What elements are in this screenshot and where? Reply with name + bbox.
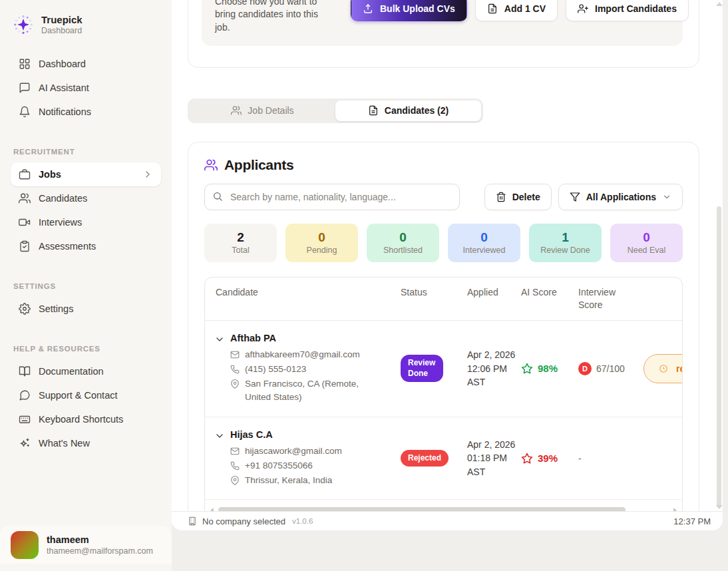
phone-icon <box>230 365 240 374</box>
sidebar-item-dashboard[interactable]: Dashboard <box>11 52 161 76</box>
chevron-down-icon <box>662 192 671 202</box>
candidate-email: afthabkareem70@gmail.com <box>245 348 360 361</box>
stat-interviewed: 0 Interviewed <box>448 224 520 262</box>
user-profile-card[interactable]: thameem thameem@mailforspam.com <box>0 526 172 564</box>
star-icon <box>521 363 533 375</box>
table-header-row: Candidate Status Applied AI Score Interv… <box>205 278 682 321</box>
briefcase-icon <box>19 168 31 180</box>
brand-name: Truepick <box>41 14 83 25</box>
sidebar-item-jobs[interactable]: Jobs <box>11 162 161 186</box>
applicants-card: Applicants Delete All App <box>188 142 699 511</box>
tab-job-details-label: Job Details <box>248 105 293 116</box>
sidebar-item-notifications[interactable]: Notifications <box>11 100 161 124</box>
mail-icon <box>230 447 240 456</box>
clipboard-check-icon <box>19 240 31 252</box>
sidebar-item-label: Jobs <box>39 169 61 180</box>
page-title: Applicants <box>224 157 293 173</box>
recruitment-section-label: RECRUITMENT <box>13 148 148 156</box>
sparkles-icon <box>19 437 31 449</box>
delete-button[interactable]: Delete <box>484 184 552 210</box>
sidebar-item-label: Settings <box>39 303 73 314</box>
table-row[interactable]: Afthab PA afthabkareem70@gmail.com (415)… <box>205 321 682 417</box>
bulk-upload-cvs-button[interactable]: Bulk Upload CVs <box>351 0 467 21</box>
sidebar-item-label: AI Assistant <box>39 83 89 93</box>
sidebar-item-label: Documentation <box>39 366 104 377</box>
stat-pending: 0 Pending <box>285 224 358 262</box>
sidebar-item-keyboard-shortcuts[interactable]: Keyboard Shortcuts <box>11 407 161 431</box>
add-one-cv-button[interactable]: Add 1 CV <box>475 0 558 21</box>
file-icon <box>487 3 498 14</box>
stat-total: 2 Total <box>204 224 277 262</box>
mail-icon <box>230 350 240 359</box>
interview-score-value: - <box>578 453 582 464</box>
candidate-phone: +91 8075355066 <box>245 459 313 473</box>
help-section-label: HELP & RESOURCES <box>13 345 148 353</box>
search-input[interactable] <box>204 184 460 210</box>
tab-job-details[interactable]: Job Details <box>190 100 335 121</box>
vertical-scrollbar-thumb[interactable] <box>717 206 721 508</box>
chevron-down-icon[interactable] <box>214 431 225 441</box>
sidebar-item-interviews[interactable]: Interviews <box>11 210 161 234</box>
sidebar-item-ai-assistant[interactable]: AI Assistant <box>11 76 161 100</box>
sidebar-item-whats-new[interactable]: What's New <box>11 431 161 455</box>
sidebar-item-assessments[interactable]: Assessments <box>11 234 161 258</box>
sidebar-item-candidates[interactable]: Candidates <box>11 186 161 210</box>
sidebar-item-label: Support & Contact <box>39 390 118 401</box>
column-header-candidate: Candidate <box>205 278 401 320</box>
horizontal-scrollbar[interactable] <box>209 506 678 511</box>
status-badge: Rejected <box>401 450 449 467</box>
scroll-down-arrow[interactable] <box>716 505 723 509</box>
clock-time: 12:37 PM <box>673 516 711 526</box>
phone-icon <box>230 461 240 471</box>
table-row[interactable]: Hijas C.A hijascawork@gmail.com +91 8075… <box>205 417 682 500</box>
scroll-left-arrow[interactable] <box>210 508 214 511</box>
stat-value: 1 <box>562 231 569 244</box>
applicants-table: Candidate Status Applied AI Score Interv… <box>204 277 683 511</box>
map-pin-icon <box>230 476 240 485</box>
users-icon <box>231 105 242 116</box>
candidate-name: Afthab PA <box>230 333 373 343</box>
chevron-down-icon[interactable] <box>214 334 225 345</box>
scroll-right-arrow[interactable] <box>673 508 677 511</box>
intake-intro-panel: Choose how you want to bring candidates … <box>202 0 683 46</box>
sidebar-item-settings[interactable]: Settings <box>11 297 161 321</box>
import-candidates-button[interactable]: Import Candidates <box>566 0 689 21</box>
keyboard-icon <box>19 413 31 425</box>
interview-grade-badge: D <box>578 362 592 375</box>
trash-icon <box>496 192 506 202</box>
brand-subtitle: Dashboard <box>41 26 83 35</box>
column-header-ai-score: AI Score <box>521 278 578 320</box>
book-open-icon <box>19 365 31 377</box>
applied-date: Apr 2, 2026 01:18 PM AST <box>467 438 516 478</box>
sidebar-item-label: Keyboard Shortcuts <box>39 414 123 425</box>
column-header-interview-score: Interview Score <box>578 278 643 320</box>
user-plus-icon <box>578 3 588 14</box>
main-scroll-area: Choose how you want to bring candidates … <box>172 0 723 511</box>
tab-candidates[interactable]: Candidates (2) <box>335 100 481 121</box>
sidebar-item-label: Assessments <box>39 241 96 252</box>
brand: Truepick Dashboard <box>12 13 158 36</box>
sidebar-item-label: What's New <box>39 438 90 449</box>
building-icon <box>188 516 197 526</box>
ai-score-value: 39% <box>538 453 558 464</box>
user-name: thameem <box>47 534 153 545</box>
delete-label: Delete <box>512 192 540 202</box>
sidebar-item-support[interactable]: Support & Contact <box>11 383 161 407</box>
sidebar: Truepick Dashboard Dashboard AI Assistan… <box>0 0 172 571</box>
add-one-cv-label: Add 1 CV <box>504 3 546 14</box>
recommendation-action-button[interactable]: reco <box>643 354 683 383</box>
sidebar-item-documentation[interactable]: Documentation <box>11 359 161 383</box>
intake-description: Choose how you want to bring candidates … <box>215 0 333 34</box>
horizontal-scrollbar-thumb[interactable] <box>218 507 626 511</box>
status-bar: No company selected v1.0.6 12:37 PM <box>172 511 723 530</box>
scroll-up-arrow[interactable] <box>716 2 723 6</box>
column-header-applied: Applied <box>467 278 521 320</box>
tab-bar: Job Details Candidates (2) <box>188 98 483 123</box>
stat-label: Total <box>232 246 249 255</box>
video-camera-icon <box>19 216 31 228</box>
message-circle-icon <box>19 389 31 401</box>
bell-icon <box>19 106 31 118</box>
sidebar-item-label: Notifications <box>39 106 91 117</box>
applications-filter-dropdown[interactable]: All Applications <box>558 184 683 210</box>
stat-label: Shortlisted <box>383 246 423 255</box>
